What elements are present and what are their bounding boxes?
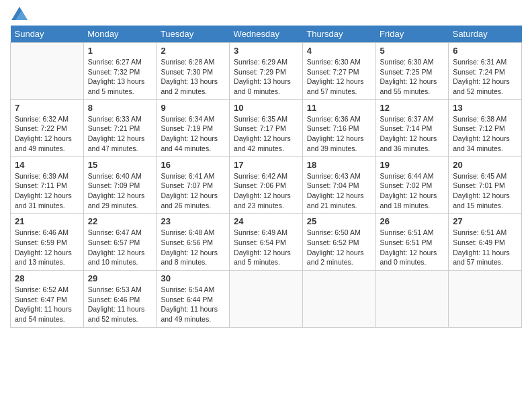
day-cell: 21 Sunrise: 6:46 AMSunset: 6:59 PMDaylig… [11, 214, 84, 271]
day-info: Sunrise: 6:39 AMSunset: 7:11 PMDaylight:… [15, 171, 79, 211]
day-info: Sunrise: 6:33 AMSunset: 7:21 PMDaylight:… [88, 114, 152, 154]
day-header-tuesday: Tuesday [157, 26, 230, 43]
day-cell: 24 Sunrise: 6:49 AMSunset: 6:54 PMDaylig… [230, 214, 303, 271]
day-cell: 2 Sunrise: 6:28 AMSunset: 7:30 PMDayligh… [157, 43, 230, 100]
day-cell: 8 Sunrise: 6:33 AMSunset: 7:21 PMDayligh… [83, 99, 157, 156]
day-info: Sunrise: 6:32 AMSunset: 7:22 PMDaylight:… [15, 114, 79, 154]
day-number: 15 [88, 160, 152, 170]
day-cell [11, 43, 84, 100]
day-info: Sunrise: 6:47 AMSunset: 6:57 PMDaylight:… [88, 228, 152, 267]
day-header-sunday: Sunday [11, 26, 84, 43]
day-info: Sunrise: 6:45 AMSunset: 7:01 PMDaylight:… [453, 171, 517, 211]
day-number: 10 [234, 103, 298, 113]
day-info: Sunrise: 6:50 AMSunset: 6:52 PMDaylight:… [307, 228, 371, 267]
day-cell: 12 Sunrise: 6:37 AMSunset: 7:14 PMDaylig… [375, 99, 449, 156]
day-info: Sunrise: 6:42 AMSunset: 7:06 PMDaylight:… [234, 171, 298, 211]
day-number: 25 [307, 216, 371, 226]
day-number: 13 [453, 103, 517, 113]
day-cell: 9 Sunrise: 6:34 AMSunset: 7:19 PMDayligh… [157, 99, 230, 156]
day-number: 26 [380, 216, 445, 226]
day-number: 18 [307, 160, 371, 170]
day-cell: 20 Sunrise: 6:45 AMSunset: 7:01 PMDaylig… [449, 156, 522, 214]
day-cell: 22 Sunrise: 6:47 AMSunset: 6:57 PMDaylig… [83, 214, 157, 271]
day-cell: 27 Sunrise: 6:51 AMSunset: 6:49 PMDaylig… [449, 214, 522, 271]
day-number: 9 [161, 103, 225, 113]
day-info: Sunrise: 6:46 AMSunset: 6:59 PMDaylight:… [15, 228, 79, 267]
day-info: Sunrise: 6:37 AMSunset: 7:14 PMDaylight:… [380, 114, 445, 154]
day-header-thursday: Thursday [302, 26, 375, 43]
day-info: Sunrise: 6:51 AMSunset: 6:51 PMDaylight:… [380, 228, 445, 267]
day-cell [302, 271, 375, 328]
day-cell: 30 Sunrise: 6:54 AMSunset: 6:44 PMDaylig… [157, 271, 230, 328]
day-number: 5 [380, 46, 445, 56]
day-number: 21 [15, 216, 79, 226]
day-cell: 17 Sunrise: 6:42 AMSunset: 7:06 PMDaylig… [230, 156, 303, 214]
day-info: Sunrise: 6:53 AMSunset: 6:46 PMDaylight:… [88, 285, 152, 324]
day-number: 27 [453, 216, 517, 226]
day-info: Sunrise: 6:52 AMSunset: 6:47 PMDaylight:… [15, 285, 79, 324]
day-number: 22 [88, 216, 152, 226]
day-cell: 26 Sunrise: 6:51 AMSunset: 6:51 PMDaylig… [375, 214, 449, 271]
day-number: 23 [161, 216, 225, 226]
day-number: 11 [307, 103, 371, 113]
week-row-2: 7 Sunrise: 6:32 AMSunset: 7:22 PMDayligh… [11, 99, 522, 156]
day-info: Sunrise: 6:51 AMSunset: 6:49 PMDaylight:… [453, 228, 517, 267]
day-cell: 13 Sunrise: 6:38 AMSunset: 7:12 PMDaylig… [449, 99, 522, 156]
day-number: 19 [380, 160, 445, 170]
day-number: 8 [88, 103, 152, 113]
day-info: Sunrise: 6:30 AMSunset: 7:27 PMDaylight:… [307, 57, 371, 97]
day-number: 3 [234, 46, 298, 56]
day-cell: 1 Sunrise: 6:27 AMSunset: 7:32 PMDayligh… [83, 43, 157, 100]
day-number: 12 [380, 103, 445, 113]
day-number: 4 [307, 46, 371, 56]
day-info: Sunrise: 6:29 AMSunset: 7:29 PMDaylight:… [234, 57, 298, 97]
day-number: 2 [161, 46, 225, 56]
day-header-wednesday: Wednesday [230, 26, 303, 43]
week-row-1: 1 Sunrise: 6:27 AMSunset: 7:32 PMDayligh… [11, 43, 522, 100]
header-row: SundayMondayTuesdayWednesdayThursdayFrid… [11, 26, 522, 43]
day-cell [230, 271, 303, 328]
day-info: Sunrise: 6:41 AMSunset: 7:07 PMDaylight:… [161, 171, 225, 211]
day-info: Sunrise: 6:34 AMSunset: 7:19 PMDaylight:… [161, 114, 225, 154]
day-cell: 28 Sunrise: 6:52 AMSunset: 6:47 PMDaylig… [11, 271, 84, 328]
day-cell: 23 Sunrise: 6:48 AMSunset: 6:56 PMDaylig… [157, 214, 230, 271]
day-cell: 7 Sunrise: 6:32 AMSunset: 7:22 PMDayligh… [11, 99, 84, 156]
logo-icon [11, 7, 28, 20]
day-cell: 4 Sunrise: 6:30 AMSunset: 7:27 PMDayligh… [302, 43, 375, 100]
day-info: Sunrise: 6:28 AMSunset: 7:30 PMDaylight:… [161, 57, 225, 97]
day-cell: 18 Sunrise: 6:43 AMSunset: 7:04 PMDaylig… [302, 156, 375, 214]
week-row-4: 21 Sunrise: 6:46 AMSunset: 6:59 PMDaylig… [11, 214, 522, 271]
logo [10, 7, 28, 20]
day-number: 28 [15, 273, 79, 283]
day-header-monday: Monday [83, 26, 157, 43]
day-cell: 3 Sunrise: 6:29 AMSunset: 7:29 PMDayligh… [230, 43, 303, 100]
day-number: 24 [234, 216, 298, 226]
day-number: 1 [88, 46, 152, 56]
day-cell: 14 Sunrise: 6:39 AMSunset: 7:11 PMDaylig… [11, 156, 84, 214]
calendar-table: SundayMondayTuesdayWednesdayThursdayFrid… [10, 26, 522, 328]
day-info: Sunrise: 6:38 AMSunset: 7:12 PMDaylight:… [453, 114, 517, 154]
day-info: Sunrise: 6:35 AMSunset: 7:17 PMDaylight:… [234, 114, 298, 154]
day-number: 30 [161, 273, 225, 283]
day-info: Sunrise: 6:49 AMSunset: 6:54 PMDaylight:… [234, 228, 298, 267]
day-info: Sunrise: 6:48 AMSunset: 6:56 PMDaylight:… [161, 228, 225, 267]
day-cell: 16 Sunrise: 6:41 AMSunset: 7:07 PMDaylig… [157, 156, 230, 214]
day-number: 20 [453, 160, 517, 170]
day-header-saturday: Saturday [449, 26, 522, 43]
day-number: 7 [15, 103, 79, 113]
day-info: Sunrise: 6:36 AMSunset: 7:16 PMDaylight:… [307, 114, 371, 154]
day-number: 16 [161, 160, 225, 170]
day-info: Sunrise: 6:54 AMSunset: 6:44 PMDaylight:… [161, 285, 225, 324]
day-cell: 11 Sunrise: 6:36 AMSunset: 7:16 PMDaylig… [302, 99, 375, 156]
page-header [10, 7, 522, 20]
day-cell: 10 Sunrise: 6:35 AMSunset: 7:17 PMDaylig… [230, 99, 303, 156]
day-info: Sunrise: 6:44 AMSunset: 7:02 PMDaylight:… [380, 171, 445, 211]
day-cell [375, 271, 449, 328]
day-info: Sunrise: 6:43 AMSunset: 7:04 PMDaylight:… [307, 171, 371, 211]
day-info: Sunrise: 6:30 AMSunset: 7:25 PMDaylight:… [380, 57, 445, 97]
day-cell [449, 271, 522, 328]
day-number: 17 [234, 160, 298, 170]
day-cell: 29 Sunrise: 6:53 AMSunset: 6:46 PMDaylig… [83, 271, 157, 328]
day-info: Sunrise: 6:40 AMSunset: 7:09 PMDaylight:… [88, 171, 152, 211]
day-cell: 6 Sunrise: 6:31 AMSunset: 7:24 PMDayligh… [449, 43, 522, 100]
